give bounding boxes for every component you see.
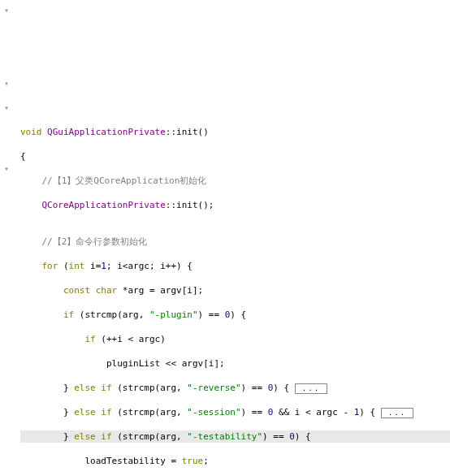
fold-box[interactable]: ... bbox=[381, 408, 413, 418]
code-line: if (strcmp(arg, "-plugin") == 0) { bbox=[20, 309, 450, 321]
code-line: //【1】父类QCoreApplication初始化 bbox=[20, 175, 450, 187]
code-line: for (int i=1; i<argc; i++) { bbox=[20, 260, 450, 272]
code-line: } else if (strcmp(arg, "-session") == 0 … bbox=[20, 406, 450, 418]
fold-box[interactable]: ... bbox=[295, 383, 327, 394]
code-line: } else if (strcmp(arg, "-reverse") == 0)… bbox=[20, 382, 450, 394]
code-line: const char *arg = argv[i]; bbox=[20, 284, 450, 296]
code-line: if (++i < argc) bbox=[20, 333, 450, 345]
code-line: QCoreApplicationPrivate::init(); bbox=[20, 199, 450, 211]
fold-marker[interactable]: ▾ bbox=[4, 4, 9, 16]
code-line: } else if (strcmp(arg, "-testability") =… bbox=[20, 431, 450, 443]
code-line: pluginList << argv[i]; bbox=[20, 357, 450, 370]
fold-marker[interactable]: ▾ bbox=[4, 102, 9, 114]
code-line: void QGuiApplicationPrivate::init() bbox=[20, 126, 450, 138]
fold-marker[interactable]: ▾ bbox=[4, 77, 9, 89]
code-line: { bbox=[20, 150, 450, 162]
code-line: //【2】命令行参数初始化 bbox=[20, 236, 450, 248]
fold-marker[interactable]: ▾ bbox=[4, 162, 9, 175]
code-line: loadTestability = true; bbox=[20, 455, 450, 467]
